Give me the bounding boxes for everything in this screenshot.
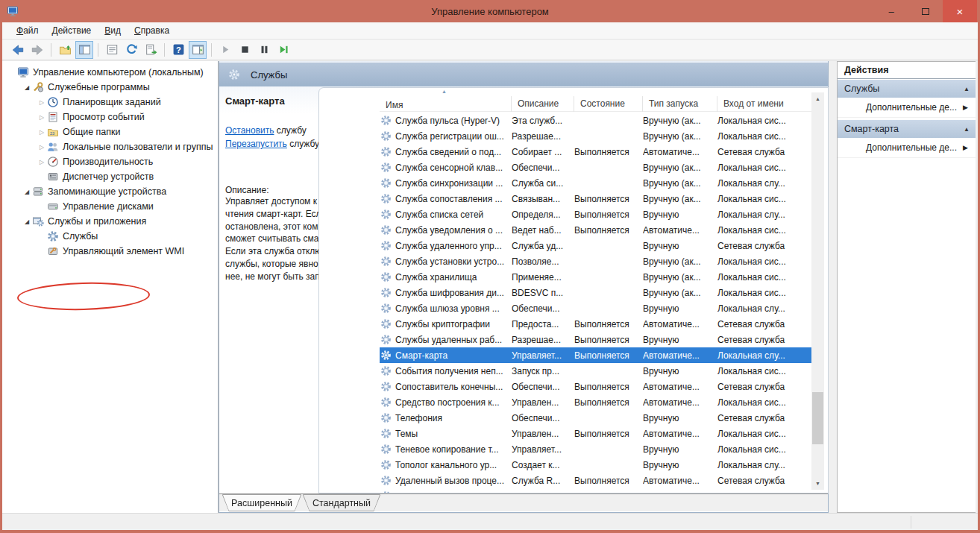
forward-icon[interactable] [28,41,46,59]
back-icon[interactable] [9,41,27,59]
column-header-logon-as[interactable]: Вход от имени [717,96,812,112]
actions-section-smartcard[interactable]: Смарт-карта ▲ [838,120,976,138]
refresh-icon[interactable] [122,41,140,59]
menu-help[interactable]: Справка [128,23,176,38]
column-header-description[interactable]: Описание [512,96,574,112]
tree-item-services[interactable]: Службы [2,229,218,244]
column-header-name[interactable]: Имя [380,96,512,112]
up-one-level-icon[interactable] [56,41,74,59]
actions-more-smartcard[interactable]: Дополнительные де... ▶ [838,138,976,158]
menu-view[interactable]: Вид [98,23,128,38]
collapse-arrow-icon[interactable]: ◢ [22,218,32,225]
tree-item-wmi-control[interactable]: Управляющий элемент WMI [2,244,218,259]
service-row-selected[interactable]: Смарт-картаУправляет...ВыполняетсяАвтома… [380,347,812,363]
stop-service-icon[interactable] [236,41,254,59]
vertical-scrollbar[interactable]: ▲ ▼ [811,92,824,490]
service-row[interactable]: Удаленный вызов проце...Служба R...Выпол… [380,473,812,488]
service-start: Вручную [643,335,717,345]
service-row[interactable]: Служба удаленного упр...Служба уд...Вруч… [380,238,812,253]
minimize-button[interactable]: – [874,0,908,22]
tree-item-performance[interactable]: ▷Производительность [2,154,218,169]
service-gear-icon [380,146,392,157]
help-icon[interactable]: ? [169,41,187,59]
tree-item-shared-folders[interactable]: ▷23Общие папки [2,124,218,139]
service-gear-icon [380,365,392,376]
tree-item-storage[interactable]: ◢Запоминающие устройства [2,184,218,199]
service-row[interactable]: Тополог канального ур...Создает к...Вруч… [380,457,812,473]
tree-item-device-manager[interactable]: Диспетчер устройств [2,169,218,184]
service-row[interactable]: Служба пульса (Hyper-V)Эта служб...Вручн… [380,113,812,128]
stop-service-link[interactable]: Остановить [225,125,274,136]
menu-action[interactable]: Действие [45,23,98,38]
restart-service-link[interactable]: Перезапустить [225,139,287,149]
export-list-icon[interactable] [142,41,160,59]
expand-arrow-icon[interactable]: ▷ [37,114,47,121]
collapse-section-icon[interactable]: ▲ [964,126,970,133]
service-row[interactable]: Служба синхронизации ...Служба си...Вруч… [380,175,812,191]
scroll-up-icon[interactable]: ▲ [811,92,824,105]
service-state: Выполняется [574,194,643,204]
service-row[interactable]: Служба сенсорной клав...Обеспечи...Вручн… [380,160,812,175]
tree-item-computer-management[interactable]: Управление компьютером (локальным) [2,65,218,80]
properties-icon[interactable] [103,41,121,59]
expand-arrow-icon[interactable]: ▷ [37,159,47,165]
service-row[interactable] [380,488,812,493]
service-start: Вручную (ак... [643,163,717,173]
service-row[interactable]: Служба сведений о под...Собирает ...Выпо… [380,144,812,160]
service-name: Служба шлюза уровня ... [395,303,500,314]
service-row[interactable]: Служба шлюза уровня ...Обеспечи...Вручну… [380,300,812,316]
start-service-icon[interactable] [216,41,234,59]
column-header-startup-type[interactable]: Тип запуска [643,96,717,112]
service-row[interactable]: Служба установки устро...Позволяе...Вруч… [380,253,812,269]
service-start: Вручную [643,413,717,423]
close-button[interactable]: × [943,0,977,22]
service-row[interactable]: Теневое копирование т...Управляет...Вруч… [380,441,812,457]
actions-more-services[interactable]: Дополнительные де... ▶ [838,98,976,118]
service-row[interactable]: ТелефонияОбеспечи...ВручнуюСетевая служб… [380,410,812,426]
scroll-down-icon[interactable]: ▼ [811,477,824,490]
service-row[interactable]: Средство построения к...Управлен...Выпол… [380,394,812,410]
expand-arrow-icon[interactable]: ▷ [37,144,47,151]
service-gear-icon [380,193,392,204]
expand-arrow-icon[interactable]: ▷ [37,99,47,106]
service-logon: Локальная сис... [717,116,812,126]
service-row[interactable]: ТемыУправлен...ВыполняетсяАвтоматиче...Л… [380,426,812,441]
tab-standard[interactable]: Стандартный [303,494,380,511]
service-row[interactable]: Службы удаленных раб...Разрешае...Выполн… [380,332,812,347]
tree-item-disk-management[interactable]: Управление дисками [2,199,218,214]
service-row[interactable]: Службы криптографииПредоста...Выполняетс… [380,316,812,332]
tree-item-local-users-groups[interactable]: ▷Локальные пользователи и группы [2,139,218,154]
service-row[interactable]: Служба списка сетейОпределя...Выполняетс… [380,206,812,222]
show-action-pane-icon[interactable] [189,41,207,59]
service-row[interactable]: Служба регистрации ош...Разрешае...Вручн… [380,128,812,144]
service-desc: Служба уд... [512,241,574,251]
column-header-status[interactable]: Состояние [574,96,643,112]
service-row[interactable]: События получения неп...Запуск пр...Вруч… [380,363,812,379]
tree-item-system-tools[interactable]: ◢Служебные программы [2,80,218,95]
tree-item-services-apps[interactable]: ◢Службы и приложения [2,214,218,229]
service-row[interactable]: Служба хранилищаПрименяе...Вручную (ак..… [380,269,812,285]
tab-extended[interactable]: Расширенный [222,494,301,511]
service-desc: Управляет... [512,350,574,361]
service-row[interactable]: Служба шифрования ди...BDESVC п...Вручну… [380,285,812,300]
expand-arrow-icon[interactable]: ▷ [37,129,47,136]
service-row[interactable]: Служба сопоставления ...Связыван...Выпол… [380,191,812,206]
service-state: Выполняется [574,350,643,361]
restart-service-icon[interactable] [274,41,292,59]
service-row[interactable]: Сопоставитель конечны...Обеспечи...Выпол… [380,379,812,394]
collapse-arrow-icon[interactable]: ◢ [22,84,32,91]
tree-item-task-scheduler[interactable]: ▷Планировщик заданий [2,95,218,110]
scrollbar-thumb[interactable] [812,392,823,444]
show-console-tree-icon[interactable] [75,41,93,59]
maximize-button[interactable] [908,0,943,22]
collapse-arrow-icon[interactable]: ◢ [22,189,32,195]
collapse-section-icon[interactable]: ▲ [964,86,970,92]
service-logon: Сетевая служба [717,241,812,251]
service-desc: Эта служб... [512,116,574,126]
tree-item-event-viewer[interactable]: ▷Просмотр событий [2,110,218,124]
users-icon [47,141,59,153]
pause-service-icon[interactable] [255,41,273,59]
service-row[interactable]: Служба уведомления о ...Ведет наб...Выпо… [380,222,812,238]
menu-file[interactable]: Файл [10,23,45,38]
actions-section-services[interactable]: Службы ▲ [838,80,976,98]
